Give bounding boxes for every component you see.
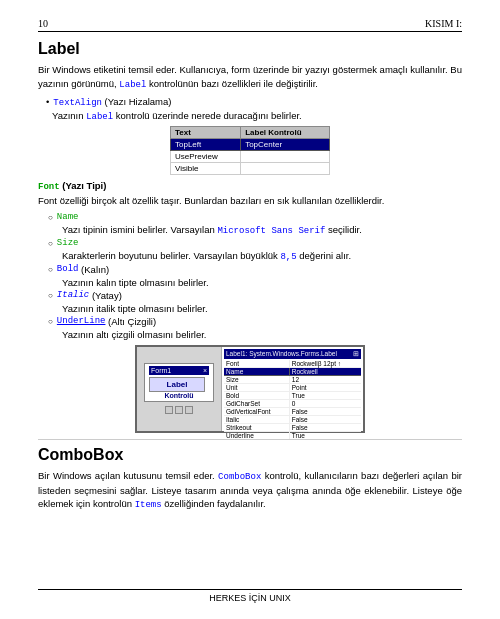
mini-cell-strikeout-val: False: [289, 423, 361, 431]
prop-name-desc: Yazı tipinin ismini belirler. Varsayılan…: [62, 224, 462, 236]
prop-size-desc: Karakterlerin boyutunu belirler. Varsayı…: [62, 250, 462, 262]
prop-bold-label: (Kalın): [78, 264, 109, 275]
label-text: Label: [167, 380, 188, 389]
prop-row-0-left: TopLeft: [171, 138, 241, 150]
font-section: Font (Yazı Tipi) Font özelliği birçok al…: [38, 180, 462, 340]
mini-row-underline: Underline True: [224, 431, 361, 439]
prop-header-label: Label Kontrolü: [241, 126, 330, 138]
combobox-title: ComboBox: [38, 446, 462, 464]
mini-row-name: Name Rockwell: [224, 367, 361, 375]
label-title: Label: [38, 40, 462, 58]
prop-size-item: ○ Size: [48, 238, 462, 248]
prop-italic-label: (Yatay): [89, 290, 122, 301]
tb-btn-1: [165, 406, 173, 414]
combobox-code: ComboBox: [218, 472, 261, 482]
mini-cell-unit: Unit: [224, 383, 289, 391]
prop-underline-label: (Altı Çizgili): [105, 316, 156, 327]
textalign-label: (Yazı Hizalama): [102, 96, 172, 107]
form-title: Form1: [151, 367, 171, 374]
form-toolbar: [165, 406, 193, 414]
mini-cell-unit-val: Point: [289, 383, 361, 391]
prop-italic-code: Italic: [57, 290, 89, 300]
prop-bold-item: ○ Bold (Kalın): [48, 264, 462, 275]
mini-cell-gdi-val: 0: [289, 399, 361, 407]
mini-row-bold: Bold True: [224, 391, 361, 399]
form-close-btn: ×: [203, 367, 207, 374]
prop-row-2-right: [241, 162, 330, 174]
mini-row-strikeout: Strikeout False: [224, 423, 361, 431]
mini-cell-underline-val: True: [289, 431, 361, 439]
font-title: Font (Yazı Tipi): [38, 180, 462, 192]
prop-name-default: Microsoft Sans Serif: [217, 226, 325, 236]
mini-cell-italic: Italic: [224, 415, 289, 423]
mini-cell-strikeout: Strikeout: [224, 423, 289, 431]
label-section: Label Bir Windows etiketini temsil eder.…: [38, 40, 462, 433]
section-divider: [38, 439, 462, 440]
props-close: ⊞: [353, 350, 359, 358]
header: 10 KISIM I:: [38, 18, 462, 32]
textalign-code-inline: Label: [86, 112, 113, 122]
label-intro: Bir Windows etiketini temsil eder. Kulla…: [38, 63, 462, 92]
textalign-bullet: • TextAlign (Yazı Hizalama): [46, 96, 462, 108]
mini-cell-italic-val: False: [289, 415, 361, 423]
footer-text: HERKES İÇİN UNIX: [209, 593, 291, 603]
form-title-bar: Form1 ×: [149, 366, 209, 375]
prop-underline-desc: Yazının altı çizgili olmasını belirler.: [62, 329, 462, 340]
combobox-desc: Bir Windows açılan kutusunu temsil eder.…: [38, 469, 462, 513]
prop-size-default: 8,5: [280, 252, 296, 262]
mini-cell-font-name: Font: [224, 360, 289, 368]
mini-cell-bold: Bold: [224, 391, 289, 399]
kontrolu-text: Kontrolü: [149, 392, 209, 399]
mini-cell-size-val: 12: [289, 375, 361, 383]
props-title: Label​1: System.Windows.Forms.Label: [226, 350, 337, 358]
prop-row-1-left: UsePreview: [171, 150, 241, 162]
screenshot-wrap: Form1 × Label Kontrolü: [38, 345, 462, 433]
items-code: Items: [135, 500, 162, 510]
mini-cell-underline: Underline: [224, 431, 289, 439]
mini-row-font: Font Rockwellβ 12pt ↑: [224, 360, 361, 368]
prop-underline-code: UnderLine: [57, 316, 106, 326]
section-label: KISIM I:: [425, 18, 462, 29]
prop-bold-code: Bold: [57, 264, 79, 274]
font-desc: Font özelliği birçok alt özellik taşır. …: [38, 194, 462, 208]
prop-row-1-right: [241, 150, 330, 162]
mini-cell-bold-val: True: [289, 391, 361, 399]
textalign-desc: Yazının Label kontrolü üzerinde nerede d…: [52, 110, 462, 122]
label-control-display: Label: [149, 377, 205, 392]
screenshot-form: Form1 × Label Kontrolü: [144, 363, 214, 402]
prop-row-2-left: Visible: [171, 162, 241, 174]
page-number: 10: [38, 18, 48, 29]
mini-cell-gdivert: GdiVerticalFont: [224, 407, 289, 415]
prop-italic-item: ○ Italic (Yatay): [48, 290, 462, 301]
prop-name-item: ○ Name: [48, 212, 462, 222]
screenshot-props-panel: Label​1: System.Windows.Forms.Label ⊞ Fo…: [222, 347, 363, 431]
mini-row-gdicharset: GdiCharSet 0: [224, 399, 361, 407]
tb-btn-2: [175, 406, 183, 414]
screenshot-form-panel: Form1 × Label Kontrolü: [137, 347, 222, 431]
font-label: (Yazı Tipi): [62, 180, 106, 191]
textalign-code: TextAlign: [53, 98, 102, 108]
tb-btn-3: [185, 406, 193, 414]
label-code-1: Label: [119, 80, 146, 90]
mini-cell-name-val: Rockwell: [289, 367, 361, 375]
prop-underline-item: ○ UnderLine (Altı Çizgili): [48, 316, 462, 327]
prop-name-code: Name: [57, 212, 79, 222]
mini-row-gdivert: GdiVerticalFont False: [224, 407, 361, 415]
font-props-list: ○ Name Yazı tipinin ismini belirler. Var…: [48, 212, 462, 340]
mini-row-unit: Unit Point: [224, 383, 361, 391]
combobox-section: ComboBox Bir Windows açılan kutusunu tem…: [38, 446, 462, 513]
prop-italic-desc: Yazının italik tipte olmasını belirler.: [62, 303, 462, 314]
property-table-wrap: Text Label Kontrolü TopLeft TopCenter Us…: [38, 126, 462, 175]
font-code: Font: [38, 182, 60, 192]
mini-cell-name: Name: [224, 367, 289, 375]
mini-row-italic: Italic False: [224, 415, 361, 423]
mini-cell-size: Size: [224, 375, 289, 383]
mini-cell-gdivert-val: False: [289, 407, 361, 415]
page: 10 KISIM I: Label Bir Windows etiketini …: [0, 0, 500, 619]
screenshot-box: Form1 × Label Kontrolü: [135, 345, 365, 433]
mini-cell-gdi: GdiCharSet: [224, 399, 289, 407]
prop-row-0-right: TopCenter: [241, 138, 330, 150]
mini-cell-font-val: Rockwellβ 12pt ↑: [289, 360, 361, 368]
prop-bold-desc: Yazının kalın tipte olmasını belirler.: [62, 277, 462, 288]
props-mini-table: Font Rockwellβ 12pt ↑ Name Rockwell Size…: [224, 360, 361, 439]
